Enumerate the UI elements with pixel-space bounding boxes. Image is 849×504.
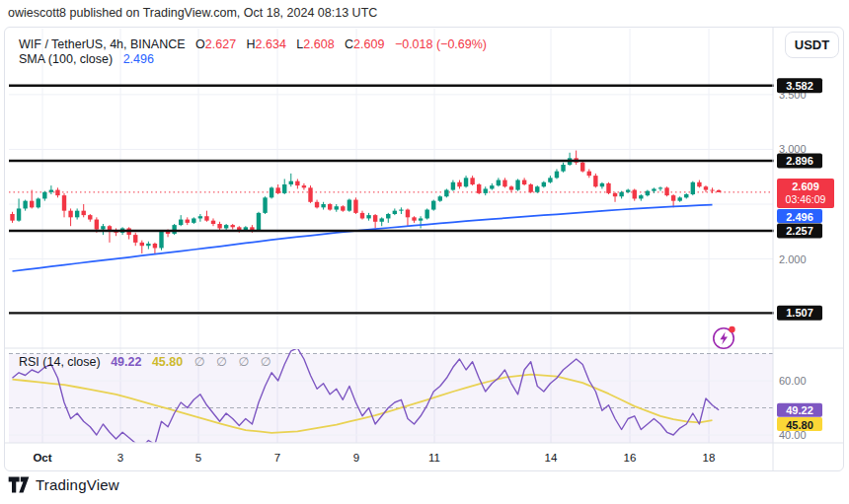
candle <box>198 216 202 218</box>
candle <box>380 218 384 221</box>
svg-text:2.609: 2.609 <box>792 180 819 192</box>
svg-text:03:46:09: 03:46:09 <box>786 193 826 205</box>
price-chart-svg: 3.5003.0002.00060.0040.003.5822.8962.257… <box>5 28 844 471</box>
candle <box>515 180 519 190</box>
candle <box>101 226 105 229</box>
candle <box>502 180 506 187</box>
rsi-legend-value: 49.22 <box>111 355 141 369</box>
ohlc-close: C2.609 <box>345 37 384 51</box>
candle <box>179 220 183 226</box>
rsi-legend[interactable]: RSI (14, close) 49.22 45.80 ∅ ∅ ∅ ∅ <box>19 355 275 369</box>
rsi-axis-label: 60.00 <box>779 375 807 387</box>
candle <box>677 197 681 200</box>
flash-ideas-button[interactable] <box>710 324 739 351</box>
candle <box>30 201 34 208</box>
rsi-empty-values: ∅ ∅ ∅ ∅ <box>194 355 275 369</box>
candle <box>263 197 267 213</box>
tradingview-logo-icon <box>8 476 30 493</box>
candle <box>217 224 221 228</box>
candle <box>95 220 99 230</box>
candle <box>490 185 494 188</box>
tradingview-logo-text: TradingView <box>36 476 119 493</box>
candle <box>464 178 468 186</box>
candle <box>308 187 312 201</box>
candle <box>335 206 339 209</box>
candle <box>697 182 701 186</box>
time-axis-label: 11 <box>428 452 440 464</box>
candle <box>231 225 235 227</box>
candle <box>658 187 662 188</box>
sma-legend-value: 2.496 <box>123 52 154 66</box>
svg-text:45.80: 45.80 <box>786 419 813 431</box>
candle <box>633 190 637 199</box>
price-change: −0.018 (−0.69%) <box>395 37 487 51</box>
candle <box>561 165 565 172</box>
candle <box>497 180 501 186</box>
candle <box>399 210 403 211</box>
sma-legend[interactable]: SMA (100, close) 2.496 <box>19 52 154 66</box>
candle <box>55 190 59 196</box>
candle <box>424 210 428 219</box>
candle <box>42 192 46 199</box>
candle <box>671 195 675 201</box>
candle <box>373 215 377 222</box>
svg-text:2.257: 2.257 <box>786 225 813 237</box>
candle <box>75 211 79 218</box>
candle <box>270 187 273 197</box>
candle <box>257 213 261 231</box>
candle <box>386 214 390 218</box>
candle <box>522 180 526 184</box>
candle <box>548 178 552 181</box>
candle <box>593 176 597 186</box>
price-axis-label: 2.000 <box>779 253 807 265</box>
sma-legend-label: SMA (100, close) <box>19 52 113 66</box>
candle <box>366 215 370 218</box>
svg-text:2.896: 2.896 <box>786 155 813 167</box>
candle <box>412 217 416 220</box>
candle <box>580 163 584 172</box>
candle <box>295 181 299 185</box>
candle <box>664 187 668 195</box>
candle <box>419 218 423 220</box>
candle <box>646 191 650 195</box>
candle <box>315 202 319 208</box>
candle <box>186 220 190 223</box>
candle <box>444 190 448 197</box>
time-axis[interactable] <box>5 443 844 471</box>
candle <box>606 183 610 193</box>
candle <box>17 208 21 220</box>
candle <box>438 196 442 200</box>
candle <box>717 190 721 192</box>
candle <box>555 172 559 179</box>
candle <box>684 194 688 197</box>
candle <box>62 195 66 211</box>
tradingview-logo[interactable]: TradingView <box>8 476 119 493</box>
candle <box>68 211 72 218</box>
candle <box>470 178 474 184</box>
candle <box>192 218 195 222</box>
candle <box>146 244 150 246</box>
candle <box>626 190 630 192</box>
rsi-legend-label: RSI (14, close) <box>19 355 101 369</box>
currency-toggle-button[interactable]: USDT <box>785 32 839 58</box>
time-axis-label: 5 <box>195 452 201 464</box>
candle <box>477 184 481 193</box>
level-price-label: 1.507 <box>777 306 822 321</box>
candle <box>393 211 397 214</box>
svg-text:3.582: 3.582 <box>786 80 813 92</box>
candle <box>451 182 455 190</box>
time-axis-label: 3 <box>117 452 123 464</box>
time-axis-label: 14 <box>545 452 558 464</box>
candle <box>23 201 27 209</box>
candle <box>587 172 591 176</box>
candle <box>282 184 286 193</box>
symbol-legend[interactable]: WIF / TetherUS, 4h, BINANCE O2.627 H2.63… <box>19 37 487 51</box>
symbol-title: WIF / TetherUS, 4h, BINANCE <box>19 37 186 51</box>
candle <box>535 186 539 192</box>
candle <box>88 215 92 219</box>
lightning-icon <box>710 324 739 351</box>
candle <box>619 192 623 196</box>
candle <box>140 243 144 246</box>
candle <box>691 182 695 194</box>
candle <box>82 211 86 215</box>
